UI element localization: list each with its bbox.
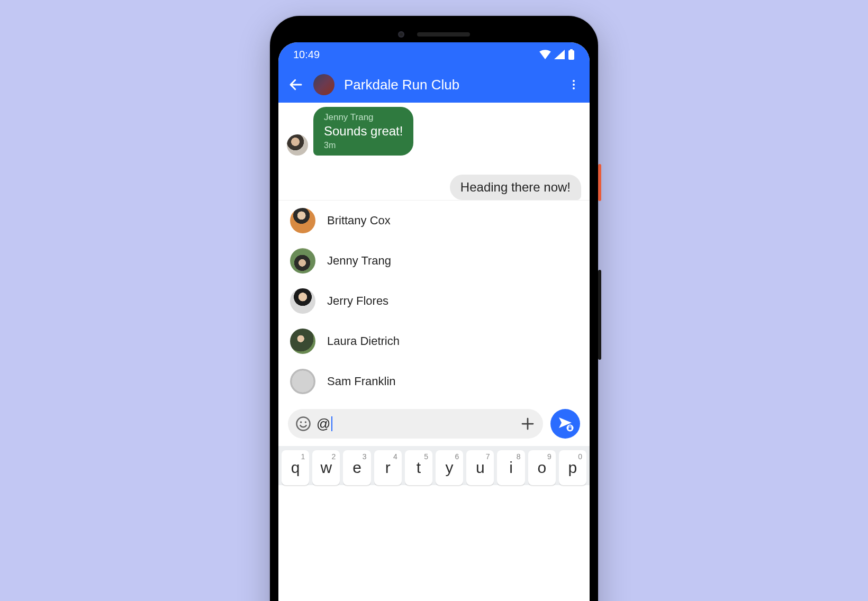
message-bubble-incoming[interactable]: Jenny Trang Sounds great! 3m [313,107,413,156]
input-value: @ [317,416,330,432]
battery-icon [568,49,575,60]
emoji-button[interactable] [295,416,311,432]
svg-rect-9 [568,427,571,430]
composer[interactable]: @ [288,409,543,439]
mention-item[interactable]: Laura Dietrich [278,321,590,361]
status-icons [539,49,575,60]
front-camera [398,31,404,38]
message-incoming: Jenny Trang Sounds great! 3m [278,103,590,160]
key-o[interactable]: 9o [528,450,556,485]
chat-title[interactable]: Parkdale Run Club [344,77,558,93]
wifi-icon [539,50,551,59]
svg-point-5 [297,417,310,431]
notch [278,26,590,42]
avatar [290,208,315,233]
key-u[interactable]: 7u [466,450,494,485]
svg-point-6 [300,421,302,423]
svg-point-3 [573,84,575,86]
svg-point-7 [305,421,307,423]
avatar [290,329,315,354]
overflow-menu-button[interactable] [567,78,580,91]
composer-row: @ [278,402,590,446]
back-button[interactable] [288,77,304,93]
key-y[interactable]: 6y [436,450,463,485]
message-time: 3m [324,141,403,150]
cellular-icon [554,50,565,59]
send-lock-icon [557,415,574,432]
status-time: 10:49 [293,49,320,61]
send-button[interactable] [550,409,580,439]
arrow-left-icon [288,77,304,93]
key-w[interactable]: 2w [312,450,340,485]
mention-name: Laura Dietrich [327,334,400,348]
attach-button[interactable] [520,416,536,432]
mention-name: Jerry Flores [327,294,388,308]
mention-name: Brittany Cox [327,214,391,227]
key-p[interactable]: 0p [559,450,586,485]
keyboard-row: 1q 2w 3e 4r 5t 6y 7u 8i 9o 0p [282,450,586,485]
mention-name: Jenny Trang [327,254,391,268]
keyboard: 1q 2w 3e 4r 5t 6y 7u 8i 9o 0p [278,446,590,485]
speaker-grille [417,32,470,37]
mention-item[interactable]: Sam Franklin [278,361,590,402]
status-bar: 10:49 [278,42,590,67]
message-bubble-outgoing[interactable]: Heading there now! [450,175,581,200]
chat-avatar[interactable] [313,74,334,95]
svg-rect-0 [568,50,574,60]
message-body: Heading there now! [460,180,571,195]
more-vertical-icon [567,78,580,91]
message-sender: Jenny Trang [324,112,403,123]
screen: 10:49 Parkdale Run Club Jenny Trang [278,42,590,601]
svg-point-2 [573,80,575,82]
key-e[interactable]: 3e [343,450,370,485]
mention-item[interactable]: Brittany Cox [278,201,590,241]
text-cursor [331,416,332,431]
mention-item[interactable]: Jenny Trang [278,241,590,281]
message-outgoing: Heading there now! [278,160,590,200]
message-input[interactable]: @ [317,416,514,432]
mention-suggestions: Brittany Cox Jenny Trang Jerry Flores La… [278,200,590,402]
phone-frame: 10:49 Parkdale Run Club Jenny Trang [270,16,598,601]
avatar [290,369,315,394]
message-body: Sounds great! [324,124,403,139]
svg-rect-1 [570,49,573,51]
sender-avatar[interactable] [287,134,308,156]
plus-icon [520,416,536,432]
mention-item[interactable]: Jerry Flores [278,281,590,321]
key-t[interactable]: 5t [405,450,432,485]
message-list[interactable]: Jenny Trang Sounds great! 3m Heading the… [278,103,590,200]
key-q[interactable]: 1q [282,450,309,485]
avatar [290,288,315,314]
svg-point-4 [573,87,575,89]
avatar [290,248,315,274]
key-i[interactable]: 8i [497,450,525,485]
key-r[interactable]: 4r [374,450,402,485]
smile-icon [295,416,311,432]
app-bar: Parkdale Run Club [278,67,590,103]
mention-name: Sam Franklin [327,375,396,388]
